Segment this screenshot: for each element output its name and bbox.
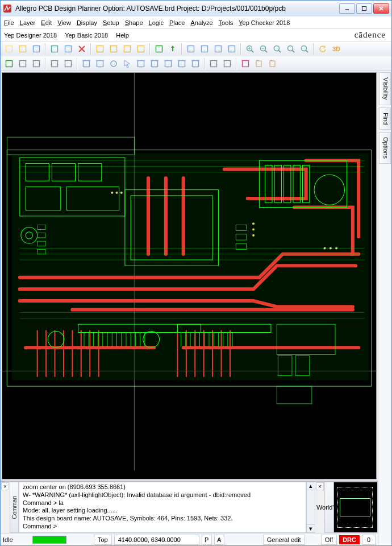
toolbar-separator <box>236 58 237 69</box>
svg-rect-42 <box>179 61 185 67</box>
menu-yep-designer-2018[interactable]: Yep Designer 2018 <box>4 32 57 39</box>
grid-select-button[interactable] <box>226 43 238 55</box>
scroll-down-icon[interactable]: ▾ <box>307 524 315 532</box>
zoom-out-button[interactable] <box>257 43 270 55</box>
open-file-button[interactable] <box>16 43 29 55</box>
sidetab-options[interactable]: Options <box>379 132 391 164</box>
dim-angle-icon <box>223 59 232 68</box>
undo-button[interactable] <box>94 43 106 55</box>
svg-point-85 <box>111 192 113 194</box>
zoom-prev-button[interactable] <box>298 43 311 55</box>
minimize-button[interactable] <box>339 3 355 14</box>
status-layer[interactable]: Top <box>94 535 112 545</box>
menu-logic[interactable]: Logic <box>149 19 164 26</box>
rect3-button[interactable] <box>176 57 188 70</box>
menu-yep-checker-2018[interactable]: Yep Checker 2018 <box>239 19 290 26</box>
copy-button[interactable] <box>62 43 74 55</box>
menu-analyze[interactable]: Analyze <box>190 19 212 26</box>
menu-place[interactable]: Place <box>169 19 185 26</box>
toolbar-2 <box>1 56 391 71</box>
menu-setup[interactable]: Setup <box>103 19 119 26</box>
close-button[interactable] <box>373 3 389 14</box>
command-close-button[interactable]: × <box>1 482 9 490</box>
command-panel-handle[interactable]: Comman <box>10 482 19 533</box>
status-mode[interactable]: General edit <box>263 535 305 545</box>
command-scrollbar[interactable]: ▴ ▾ <box>306 482 315 533</box>
zoom-fit-button[interactable] <box>271 43 283 55</box>
menu-display[interactable]: Display <box>77 19 97 26</box>
menu-file[interactable]: File <box>4 19 14 26</box>
worldview[interactable] <box>333 482 378 533</box>
zoom-window-button[interactable] <box>285 43 297 55</box>
layer-1-button[interactable] <box>48 57 61 70</box>
refresh-button[interactable] <box>316 43 329 55</box>
rotate-cw-button[interactable] <box>135 43 147 55</box>
zoom-out-icon <box>259 44 268 53</box>
rect2-button[interactable] <box>162 57 174 70</box>
worldview-handle[interactable]: WorldVie <box>324 482 333 533</box>
shape-l-button[interactable] <box>80 57 93 70</box>
menu-layer[interactable]: Layer <box>20 19 36 26</box>
select-button[interactable] <box>121 57 134 70</box>
grid-1-button[interactable] <box>185 43 197 55</box>
shape-circle-button[interactable] <box>107 57 120 70</box>
save-icon <box>32 44 41 53</box>
layer-all-button[interactable] <box>3 57 15 70</box>
svg-rect-11 <box>138 46 144 52</box>
menu-help[interactable]: Help <box>116 32 129 39</box>
new-file-button[interactable] <box>3 43 15 55</box>
command-log-line: Command > la <box>23 499 302 507</box>
design-canvas[interactable] <box>2 72 377 479</box>
snap-button[interactable] <box>239 57 252 70</box>
measure-on-button[interactable] <box>153 43 165 55</box>
save-view-button[interactable] <box>148 57 161 70</box>
menu-view[interactable]: View <box>57 19 71 26</box>
worldview-close-button[interactable]: × <box>316 482 324 490</box>
status-off[interactable]: Off <box>321 535 337 545</box>
move-xy-button[interactable] <box>48 43 61 55</box>
rotate-ccw-button[interactable] <box>121 43 134 55</box>
poly-button[interactable] <box>189 57 202 70</box>
redo-button[interactable] <box>107 43 120 55</box>
svg-rect-2 <box>362 7 366 11</box>
delete-button[interactable] <box>76 43 88 55</box>
window-button[interactable] <box>135 57 147 70</box>
app-icon <box>3 4 12 13</box>
dim-angle-button[interactable] <box>221 57 233 70</box>
status-drc[interactable]: DRC <box>339 535 360 544</box>
sidetab-find[interactable]: Find <box>379 107 391 130</box>
menu-tools[interactable]: Tools <box>219 19 233 26</box>
book2-icon <box>268 59 277 68</box>
scroll-up-icon[interactable]: ▴ <box>307 482 315 490</box>
save-button[interactable] <box>30 43 43 55</box>
menu-yep-basic-2018[interactable]: Yep Basic 2018 <box>65 32 108 39</box>
pin-button[interactable] <box>166 43 179 55</box>
book-button[interactable] <box>253 57 265 70</box>
zoom-in-button[interactable] <box>244 43 256 55</box>
grid-2-button[interactable] <box>198 43 211 55</box>
titlebar[interactable]: Allegro PCB Design Planner Option: AUTOS… <box>1 1 391 16</box>
layer-bot-button[interactable] <box>30 57 43 70</box>
command-log[interactable]: zoom center on (8906.693 355.8661)W- *WA… <box>19 482 306 533</box>
status-a[interactable]: A <box>214 535 224 545</box>
view-3d-button[interactable]: 3D <box>330 43 343 55</box>
pcb-render <box>2 73 376 470</box>
shape-rect-button[interactable] <box>94 57 106 70</box>
svg-point-90 <box>252 234 255 237</box>
layer-2-button[interactable] <box>62 57 74 70</box>
menu-edit[interactable]: Edit <box>41 19 52 26</box>
svg-rect-32 <box>20 61 26 67</box>
grid-3-button[interactable] <box>212 43 224 55</box>
toolbar-separator <box>204 58 205 69</box>
book2-button[interactable] <box>266 57 279 70</box>
svg-rect-43 <box>193 61 199 67</box>
menu-shape[interactable]: Shape <box>125 19 143 26</box>
sidetab-visibility[interactable]: Visibility <box>379 72 391 105</box>
layer-top-button[interactable] <box>16 57 29 70</box>
dim-h-button[interactable] <box>207 57 220 70</box>
svg-rect-9 <box>111 46 117 52</box>
maximize-button[interactable] <box>356 3 372 14</box>
book-icon <box>255 59 264 68</box>
status-p[interactable]: P <box>202 535 212 545</box>
status-drc-count: 0 <box>362 535 376 545</box>
